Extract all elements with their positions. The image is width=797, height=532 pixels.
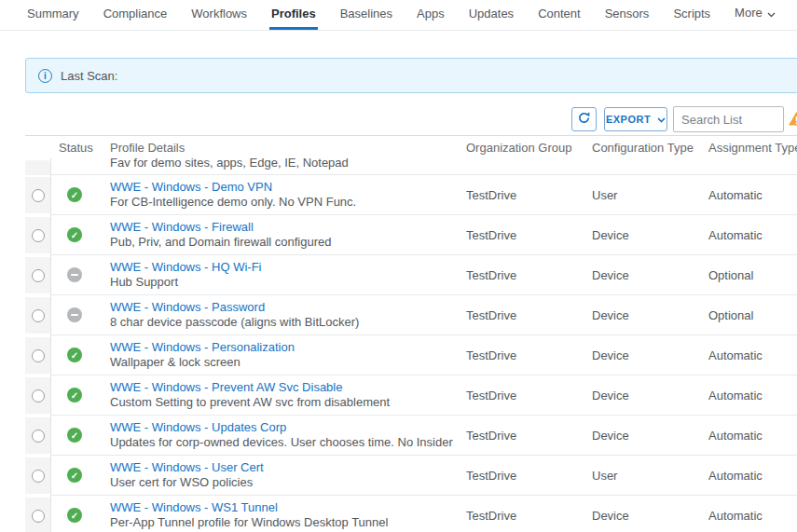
row-select-cell: [25, 215, 51, 255]
table-row: WWE - Windows - Firewall Pub, Priv, and …: [25, 215, 797, 255]
row-profile-cell: WWE - Windows - User Cert User cert for …: [110, 456, 466, 496]
tab-summary[interactable]: Summary: [25, 0, 81, 30]
tab-bar: Summary Compliance Workflows Profiles Ba…: [0, 0, 797, 31]
assignment-type-cell: Automatic: [708, 335, 797, 375]
refresh-button[interactable]: [571, 107, 597, 131]
assignment-type-cell: Automatic: [708, 496, 797, 532]
assignment-type-cell: Automatic: [708, 416, 797, 456]
row-select-cell: [25, 456, 51, 496]
config-type-cell: [592, 158, 708, 175]
chevron-down-icon: [767, 7, 776, 20]
tab-scripts[interactable]: Scripts: [671, 0, 712, 30]
table-row: WWE - Windows - User Cert User cert for …: [25, 456, 797, 496]
header-profile-details[interactable]: Profile Details: [110, 141, 466, 155]
row-radio[interactable]: [32, 430, 45, 443]
row-profile-cell: WWE - Windows - Updates Corp Updates for…: [110, 416, 466, 456]
row-profile-cell: WWE - Windows - WS1 Tunnel Per-App Tunne…: [110, 496, 466, 532]
row-status-cell: [51, 158, 110, 175]
tab-profiles[interactable]: Profiles: [269, 0, 318, 30]
row-status-cell: [51, 175, 110, 215]
tab-apps[interactable]: Apps: [415, 0, 447, 30]
row-select-cell: [25, 496, 51, 532]
row-radio[interactable]: [32, 309, 45, 322]
profile-name-link[interactable]: WWE - Windows - HQ Wi-Fi: [110, 260, 261, 275]
row-profile-cell: Fav for demo sites, apps, Edge, IE, Note…: [110, 158, 466, 175]
config-type-cell: Device: [592, 416, 708, 456]
profile-description: Hub Support: [110, 275, 466, 290]
profiles-table: Status Profile Details Organization Grou…: [25, 135, 797, 532]
status-icon: [67, 307, 82, 322]
tab-updates[interactable]: Updates: [467, 0, 515, 30]
table-row: WWE - Windows - Prevent AW Svc Disable C…: [25, 375, 797, 416]
header-organization-group[interactable]: Organization Group: [466, 141, 592, 155]
header-status[interactable]: Status: [51, 141, 110, 155]
profile-name-link[interactable]: WWE - Windows - Demo VPN: [110, 180, 272, 195]
row-select-cell: [25, 416, 51, 456]
profile-description: Per-App Tunnel profile for Windows Deskt…: [110, 515, 466, 530]
tab-baselines[interactable]: Baselines: [338, 0, 394, 30]
org-group-cell: TestDrive: [466, 416, 592, 456]
profile-description: Wallpaper & lock screen: [110, 355, 466, 370]
tab-compliance[interactable]: Compliance: [102, 0, 170, 30]
row-profile-cell: WWE - Windows - Password 8 char device p…: [110, 295, 466, 335]
header-configuration-type[interactable]: Configuration Type: [592, 141, 708, 155]
config-type-cell: Device: [592, 215, 708, 255]
profile-description: 8 char device passcode (aligns with BitL…: [110, 315, 466, 330]
row-select-cell: [25, 335, 51, 375]
tab-sensors[interactable]: Sensors: [603, 0, 652, 30]
header-assignment-type[interactable]: Assignment Type: [708, 141, 797, 155]
table-row: WWE - Windows - Updates Corp Updates for…: [25, 416, 797, 456]
row-status-cell: [51, 295, 110, 335]
profile-description: Fav for demo sites, apps, Edge, IE, Note…: [110, 158, 466, 170]
config-type-cell: Device: [592, 496, 708, 532]
refresh-icon: [577, 111, 591, 129]
status-icon: [67, 468, 82, 483]
org-group-cell: TestDrive: [466, 375, 592, 416]
profile-name-link[interactable]: WWE - Windows - WS1 Tunnel: [110, 500, 278, 515]
profile-name-link[interactable]: WWE - Windows - Personalization: [110, 340, 295, 355]
assignment-type-cell: Automatic: [708, 215, 797, 255]
table-row: WWE - Windows - HQ Wi-Fi Hub Support Tes…: [25, 255, 797, 295]
tab-content[interactable]: Content: [536, 0, 583, 30]
export-button[interactable]: EXPORT: [604, 107, 667, 131]
profile-name-link[interactable]: WWE - Windows - User Cert: [110, 460, 264, 475]
tab-workflows[interactable]: Workflows: [189, 0, 249, 30]
row-radio[interactable]: [32, 349, 45, 362]
warning-icon[interactable]: [788, 111, 797, 130]
row-select-cell: [25, 295, 51, 335]
row-radio[interactable]: [32, 510, 45, 523]
profile-name-link[interactable]: WWE - Windows - Prevent AW Svc Disable: [110, 380, 342, 395]
profile-name-link[interactable]: WWE - Windows - Updates Corp: [110, 420, 286, 435]
table-row: WWE - Windows - Personalization Wallpape…: [25, 335, 797, 375]
config-type-cell: User: [592, 175, 708, 215]
row-radio[interactable]: [32, 229, 45, 242]
row-select-cell: [25, 175, 51, 215]
row-radio[interactable]: [32, 470, 45, 483]
row-status-cell: [51, 215, 110, 255]
export-label: EXPORT: [606, 114, 651, 125]
row-profile-cell: WWE - Windows - Firewall Pub, Priv, and …: [110, 215, 466, 255]
row-radio[interactable]: [32, 269, 45, 282]
row-status-cell: [51, 416, 110, 456]
assignment-type-cell: Optional: [708, 255, 797, 295]
search-input[interactable]: [673, 106, 784, 132]
row-status-cell: [51, 456, 110, 496]
profile-name-link[interactable]: WWE - Windows - Firewall: [110, 220, 254, 235]
tab-more[interactable]: More: [733, 0, 777, 30]
profile-name-link[interactable]: WWE - Windows - Password: [110, 300, 265, 315]
status-icon: [67, 388, 82, 402]
row-status-cell: [51, 375, 110, 416]
profile-description: For CB-Intelligence demo only. No VPN Fu…: [110, 195, 466, 210]
row-radio[interactable]: [32, 189, 45, 202]
config-type-cell: Device: [592, 335, 708, 375]
assignment-type-cell: [708, 158, 797, 175]
profile-description: Pub, Priv, and Domain firewall configure…: [110, 235, 466, 250]
status-icon: [67, 267, 82, 282]
table-header: Status Profile Details Organization Grou…: [25, 136, 797, 158]
status-icon: [67, 187, 82, 202]
row-profile-cell: WWE - Windows - Demo VPN For CB-Intellig…: [110, 175, 466, 215]
row-select-cell: [25, 158, 51, 175]
org-group-cell: TestDrive: [466, 335, 592, 375]
row-radio[interactable]: [32, 389, 45, 402]
chevron-down-icon: [657, 114, 666, 125]
